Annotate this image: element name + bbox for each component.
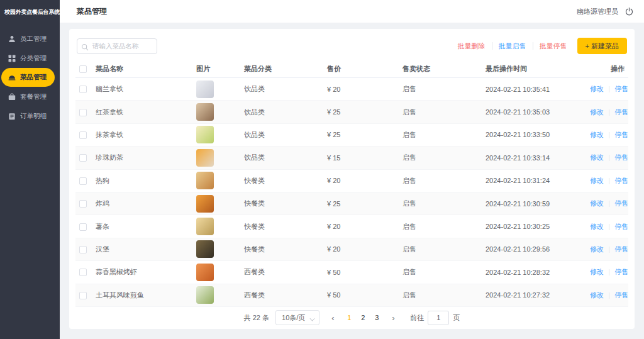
dish-image (196, 195, 214, 213)
sidebar: 校园外卖点餐后台系统 员工管理 分类管理 菜品管理 套餐管理 订单明细 (0, 0, 60, 339)
dish-category: 快餐类 (240, 176, 323, 186)
dish-price: ¥ 25 (323, 108, 399, 116)
dish-status: 启售 (399, 267, 482, 277)
stop-sale-link[interactable]: 停售 (614, 176, 628, 186)
table-row: 蒜香黑椒烤虾 西餐类 ¥ 50 启售 2024-02-21 10:28:32 修… (75, 261, 628, 284)
new-dish-button[interactable]: + 新建菜品 (577, 38, 627, 54)
dish-price: ¥ 25 (323, 131, 399, 138)
stop-sale-link[interactable]: 停售 (614, 199, 628, 208)
dish-price: ¥ 25 (323, 200, 399, 208)
edit-link[interactable]: 修改 (590, 291, 604, 300)
dish-image (196, 240, 214, 258)
row-checkbox[interactable] (79, 86, 87, 93)
edit-link[interactable]: 修改 (590, 267, 604, 277)
page-numbers: 123 (342, 310, 384, 325)
last-operate-time: 2024-02-21 10:29:56 (482, 245, 586, 253)
next-page-button[interactable]: › (386, 310, 400, 325)
topbar: 菜品管理 幽络源管理员 (60, 0, 644, 23)
order-icon (8, 113, 16, 120)
dish-category: 饮品类 (240, 153, 323, 162)
dish-price: ¥ 50 (323, 291, 399, 299)
edit-link[interactable]: 修改 (590, 153, 604, 162)
edit-link[interactable]: 修改 (590, 176, 604, 186)
sidebar-item-菜品管理[interactable]: 菜品管理 (1, 68, 55, 87)
search-input[interactable] (77, 38, 157, 54)
user-icon (8, 35, 16, 43)
stop-sale-link[interactable]: 停售 (614, 222, 628, 231)
row-checkbox[interactable] (79, 177, 87, 185)
edit-link[interactable]: 修改 (590, 222, 604, 231)
stop-sale-link[interactable]: 停售 (614, 84, 628, 94)
page-button-3[interactable]: 3 (370, 310, 384, 325)
table-row: 幽兰拿铁 饮品类 ¥ 20 启售 2024-02-21 10:35:41 修改 … (75, 78, 628, 101)
table-row: 热狗 快餐类 ¥ 20 启售 2024-02-21 10:31:24 修改 停售… (75, 170, 628, 192)
divider (609, 86, 609, 92)
dish-image (196, 149, 214, 167)
dish-price: ¥ 20 (323, 177, 399, 184)
divider (609, 132, 609, 138)
dish-image (196, 172, 214, 189)
stop-sale-link[interactable]: 停售 (614, 267, 628, 277)
dish-price: ¥ 20 (323, 245, 399, 253)
col-status: 售卖状态 (399, 64, 482, 74)
batch-enable-button[interactable]: 批量启售 (499, 42, 526, 51)
stop-sale-link[interactable]: 停售 (614, 291, 628, 300)
stop-sale-link[interactable]: 停售 (614, 245, 628, 254)
row-checkbox[interactable] (79, 131, 87, 139)
sidebar-item-套餐管理[interactable]: 套餐管理 (0, 87, 60, 106)
select-all-checkbox[interactable] (79, 65, 87, 73)
sidebar-item-员工管理[interactable]: 员工管理 (0, 29, 60, 48)
dish-name: 土耳其风味煎鱼 (92, 291, 192, 300)
app-title: 校园外卖点餐后台系统 (0, 0, 60, 25)
prev-page-button[interactable]: ‹ (326, 310, 340, 325)
stop-sale-link[interactable]: 停售 (614, 153, 628, 162)
row-checkbox[interactable] (79, 154, 87, 162)
dish-status: 启售 (399, 108, 482, 117)
dish-name: 汉堡 (92, 245, 192, 254)
dish-name: 热狗 (92, 176, 192, 186)
dish-image (196, 81, 214, 98)
pager: ‹ 123 › (326, 310, 400, 325)
page-button-2[interactable]: 2 (356, 310, 370, 325)
edit-link[interactable]: 修改 (590, 108, 604, 117)
col-price: 售价 (323, 64, 399, 74)
row-checkbox[interactable] (79, 269, 87, 276)
sidebar-item-分类管理[interactable]: 分类管理 (0, 48, 60, 68)
sidebar-nav: 员工管理 分类管理 菜品管理 套餐管理 订单明细 (0, 29, 60, 126)
power-icon[interactable] (625, 7, 634, 16)
row-checkbox[interactable] (79, 292, 87, 299)
page-button-1[interactable]: 1 (342, 310, 356, 325)
row-checkbox[interactable] (79, 200, 87, 208)
edit-link[interactable]: 修改 (590, 84, 604, 94)
edit-link[interactable]: 修改 (590, 245, 604, 254)
dish-category: 快餐类 (240, 199, 323, 208)
edit-link[interactable]: 修改 (590, 199, 604, 208)
row-checkbox[interactable] (79, 109, 87, 116)
divider (609, 269, 609, 275)
row-checkbox[interactable] (79, 223, 87, 231)
last-operate-time: 2024-02-21 10:28:32 (482, 269, 586, 276)
total-count-label: 共 22 条 (244, 313, 269, 323)
meal-icon (8, 93, 16, 101)
batch-disable-button[interactable]: 批量停售 (540, 42, 567, 51)
dish-status: 启售 (399, 153, 482, 162)
dish-image (196, 126, 214, 143)
main-area: 菜品管理 幽络源管理员 (60, 0, 644, 339)
table-body: 幽兰拿铁 饮品类 ¥ 20 启售 2024-02-21 10:35:41 修改 … (75, 78, 628, 307)
batch-delete-button[interactable]: 批量删除 (458, 42, 486, 51)
stop-sale-link[interactable]: 停售 (614, 108, 628, 117)
page-size-select[interactable]: 10条/页 (275, 310, 319, 325)
dish-status: 启售 (399, 176, 482, 186)
stop-sale-link[interactable]: 停售 (614, 130, 628, 140)
table-row: 炸鸡 快餐类 ¥ 25 启售 2024-02-21 10:30:59 修改 停售… (75, 192, 628, 215)
dish-status: 启售 (399, 291, 482, 300)
edit-link[interactable]: 修改 (590, 130, 604, 140)
divider (609, 201, 609, 207)
goto-page: 前往 页 (410, 311, 460, 325)
sidebar-item-订单明细[interactable]: 订单明细 (0, 106, 60, 126)
table-row: 红茶拿铁 饮品类 ¥ 25 启售 2024-02-21 10:35:03 修改 … (75, 101, 628, 123)
search-icon (81, 42, 89, 50)
row-checkbox[interactable] (79, 246, 87, 253)
goto-page-input[interactable] (428, 311, 449, 325)
col-name: 菜品名称 (92, 64, 192, 74)
